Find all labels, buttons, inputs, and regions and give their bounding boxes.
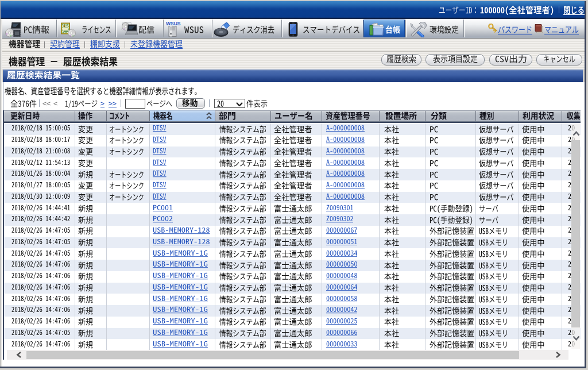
svg-text:WSUS: WSUS	[166, 21, 181, 26]
